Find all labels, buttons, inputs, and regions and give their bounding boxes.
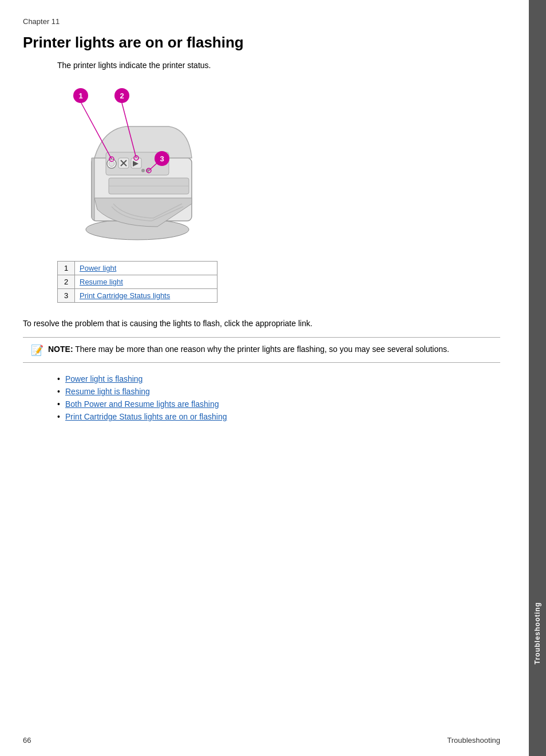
intro-text: The printer lights indicate the printer … xyxy=(57,61,500,70)
printer-illustration: 1 2 3 xyxy=(57,84,206,250)
list-item: Print Cartridge Status lights are on or … xyxy=(57,412,500,421)
table-row: 3 Print Cartridge Status lights xyxy=(58,289,217,303)
table-row: 1 Power light xyxy=(58,262,217,275)
page-title: Printer lights are on or flashing xyxy=(23,34,500,52)
table-num: 2 xyxy=(58,275,75,289)
cartridge-flashing-link[interactable]: Print Cartridge Status lights are on or … xyxy=(65,412,227,421)
note-text: There may be more than one reason why th… xyxy=(75,345,449,354)
note-content: NOTE: There may be more than one reason … xyxy=(48,343,449,355)
table-cell: Resume light xyxy=(75,275,217,289)
callout-2: 2 xyxy=(114,88,129,103)
table-cell: Power light xyxy=(75,262,217,275)
cartridge-status-link[interactable]: Print Cartridge Status lights xyxy=(80,291,170,300)
side-tab-text: Troubleshooting xyxy=(533,602,541,664)
list-item: Power light is flashing xyxy=(57,374,500,383)
table-num: 1 xyxy=(58,262,75,275)
table-row: 2 Resume light xyxy=(58,275,217,289)
note-box: 📝 NOTE: There may be more than one reaso… xyxy=(23,337,500,363)
note-icon: 📝 xyxy=(31,344,43,357)
list-item: Both Power and Resume lights are flashin… xyxy=(57,399,500,409)
table-cell: Print Cartridge Status lights xyxy=(75,289,217,303)
both-flashing-link[interactable]: Both Power and Resume lights are flashin… xyxy=(65,399,219,409)
note-label: NOTE: xyxy=(48,345,73,354)
resume-light-link[interactable]: Resume light xyxy=(80,278,123,286)
side-tab: Troubleshooting xyxy=(529,0,546,756)
svg-point-9 xyxy=(141,169,145,172)
page-footer: 66 Troubleshooting xyxy=(23,736,500,745)
callout-1: 1 xyxy=(73,88,88,103)
power-light-link[interactable]: Power light xyxy=(80,264,116,272)
callout-3: 3 xyxy=(155,151,169,166)
footer-section: Troubleshooting xyxy=(447,736,500,745)
list-item: Resume light is flashing xyxy=(57,387,500,396)
reference-table: 1 Power light 2 Resume light 3 Print Car… xyxy=(57,261,217,303)
table-num: 3 xyxy=(58,289,75,303)
resume-flashing-link[interactable]: Resume light is flashing xyxy=(65,387,150,396)
resolve-text: To resolve the problem that is causing t… xyxy=(23,319,500,328)
svg-line-13 xyxy=(81,103,112,159)
chapter-label: Chapter 11 xyxy=(23,17,500,26)
bullet-list: Power light is flashing Resume light is … xyxy=(57,374,500,421)
power-flashing-link[interactable]: Power light is flashing xyxy=(65,374,143,383)
footer-page: 66 xyxy=(23,736,31,745)
printer-diagram: 1 2 3 xyxy=(57,84,217,250)
printer-svg xyxy=(57,84,206,250)
